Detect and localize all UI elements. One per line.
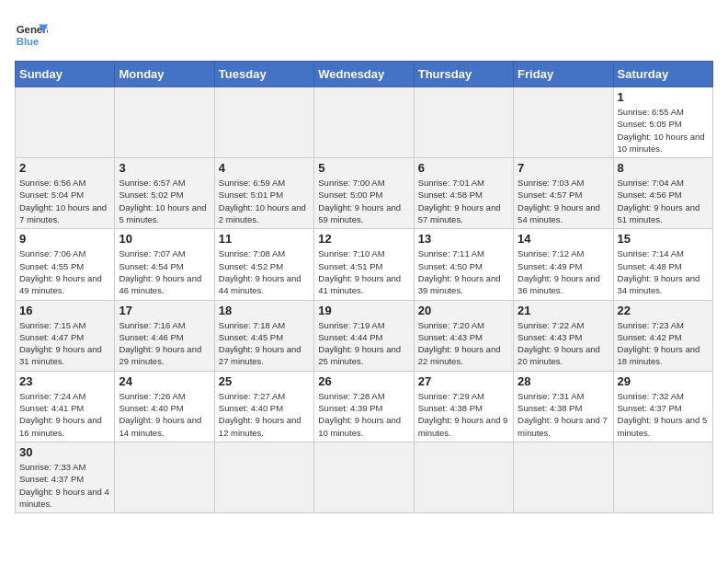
week-row-5: 23Sunrise: 7:24 AM Sunset: 4:41 PM Dayli… (16, 371, 713, 442)
day-cell: 22Sunrise: 7:23 AM Sunset: 4:42 PM Dayli… (613, 300, 712, 371)
day-cell: 20Sunrise: 7:20 AM Sunset: 4:43 PM Dayli… (414, 300, 513, 371)
day-cell: 9Sunrise: 7:06 AM Sunset: 4:55 PM Daylig… (16, 229, 115, 300)
day-cell: 26Sunrise: 7:28 AM Sunset: 4:39 PM Dayli… (314, 371, 414, 442)
day-info: Sunrise: 7:15 AM Sunset: 4:47 PM Dayligh… (19, 319, 110, 368)
day-info: Sunrise: 7:07 AM Sunset: 4:54 PM Dayligh… (119, 247, 210, 296)
day-info: Sunrise: 7:29 AM Sunset: 4:38 PM Dayligh… (418, 390, 509, 439)
day-info: Sunrise: 7:31 AM Sunset: 4:38 PM Dayligh… (518, 390, 609, 439)
day-info: Sunrise: 7:33 AM Sunset: 4:37 PM Dayligh… (19, 461, 110, 510)
day-cell (314, 442, 414, 512)
day-info: Sunrise: 7:32 AM Sunset: 4:37 PM Dayligh… (618, 390, 709, 439)
day-cell: 4Sunrise: 6:59 AM Sunset: 5:01 PM Daylig… (214, 158, 313, 229)
day-cell: 27Sunrise: 7:29 AM Sunset: 4:38 PM Dayli… (414, 371, 513, 442)
day-number: 23 (19, 374, 110, 388)
day-number: 4 (219, 161, 310, 175)
day-info: Sunrise: 7:08 AM Sunset: 4:52 PM Dayligh… (219, 247, 310, 296)
day-number: 7 (518, 161, 609, 175)
day-cell: 25Sunrise: 7:27 AM Sunset: 4:40 PM Dayli… (214, 371, 313, 442)
day-cell: 8Sunrise: 7:04 AM Sunset: 4:56 PM Daylig… (613, 158, 712, 229)
day-info: Sunrise: 7:23 AM Sunset: 4:42 PM Dayligh… (618, 319, 709, 368)
week-row-2: 2Sunrise: 6:56 AM Sunset: 5:04 PM Daylig… (16, 158, 713, 229)
day-cell (414, 442, 513, 512)
svg-text:Blue: Blue (17, 36, 40, 47)
weekday-header-saturday: Saturday (613, 62, 712, 87)
day-info: Sunrise: 7:12 AM Sunset: 4:49 PM Dayligh… (518, 247, 609, 296)
day-number: 2 (19, 161, 110, 175)
day-info: Sunrise: 6:56 AM Sunset: 5:04 PM Dayligh… (19, 177, 110, 225)
day-number: 24 (119, 374, 210, 388)
day-cell: 21Sunrise: 7:22 AM Sunset: 4:43 PM Dayli… (514, 300, 613, 371)
day-info: Sunrise: 7:16 AM Sunset: 4:46 PM Dayligh… (119, 319, 210, 368)
day-number: 10 (119, 232, 210, 246)
day-cell: 24Sunrise: 7:26 AM Sunset: 4:40 PM Dayli… (115, 371, 214, 442)
day-cell (214, 442, 313, 512)
day-number: 1 (618, 90, 709, 104)
day-cell: 10Sunrise: 7:07 AM Sunset: 4:54 PM Dayli… (115, 229, 214, 300)
day-number: 16 (19, 304, 110, 317)
day-cell (314, 87, 414, 158)
day-info: Sunrise: 7:18 AM Sunset: 4:45 PM Dayligh… (219, 319, 310, 368)
day-cell: 3Sunrise: 6:57 AM Sunset: 5:02 PM Daylig… (115, 158, 214, 229)
day-cell (16, 87, 115, 158)
day-number: 13 (418, 232, 509, 246)
day-cell: 7Sunrise: 7:03 AM Sunset: 4:57 PM Daylig… (514, 158, 613, 229)
day-number: 27 (418, 374, 509, 388)
day-cell: 2Sunrise: 6:56 AM Sunset: 5:04 PM Daylig… (16, 158, 115, 229)
week-row-3: 9Sunrise: 7:06 AM Sunset: 4:55 PM Daylig… (16, 229, 713, 300)
day-number: 15 (618, 232, 709, 246)
day-cell: 6Sunrise: 7:01 AM Sunset: 4:58 PM Daylig… (414, 158, 513, 229)
weekday-header-monday: Monday (115, 62, 214, 87)
day-info: Sunrise: 7:04 AM Sunset: 4:56 PM Dayligh… (618, 177, 709, 225)
day-number: 9 (19, 232, 110, 246)
day-cell: 23Sunrise: 7:24 AM Sunset: 4:41 PM Dayli… (16, 371, 115, 442)
day-info: Sunrise: 7:00 AM Sunset: 5:00 PM Dayligh… (318, 177, 409, 225)
day-number: 18 (219, 304, 310, 317)
day-number: 26 (318, 374, 409, 388)
day-info: Sunrise: 7:24 AM Sunset: 4:41 PM Dayligh… (19, 390, 110, 439)
day-number: 28 (518, 374, 609, 388)
day-cell (613, 442, 712, 512)
day-cell (115, 442, 214, 512)
day-cell: 17Sunrise: 7:16 AM Sunset: 4:46 PM Dayli… (115, 300, 214, 371)
day-cell: 29Sunrise: 7:32 AM Sunset: 4:37 PM Dayli… (613, 371, 712, 442)
day-number: 12 (318, 232, 409, 246)
day-cell: 30Sunrise: 7:33 AM Sunset: 4:37 PM Dayli… (16, 442, 115, 512)
day-cell: 16Sunrise: 7:15 AM Sunset: 4:47 PM Dayli… (16, 300, 115, 371)
day-cell (514, 87, 613, 158)
week-row-4: 16Sunrise: 7:15 AM Sunset: 4:47 PM Dayli… (16, 300, 713, 371)
day-cell: 14Sunrise: 7:12 AM Sunset: 4:49 PM Dayli… (514, 229, 613, 300)
day-info: Sunrise: 7:03 AM Sunset: 4:57 PM Dayligh… (518, 177, 609, 225)
day-info: Sunrise: 7:22 AM Sunset: 4:43 PM Dayligh… (518, 319, 609, 368)
day-info: Sunrise: 6:59 AM Sunset: 5:01 PM Dayligh… (219, 177, 310, 225)
day-cell: 5Sunrise: 7:00 AM Sunset: 5:00 PM Daylig… (314, 158, 414, 229)
weekday-header-tuesday: Tuesday (214, 62, 313, 87)
weekday-header-sunday: Sunday (16, 62, 115, 87)
day-number: 14 (518, 232, 609, 246)
header: General Blue (15, 15, 713, 52)
week-row-6: 30Sunrise: 7:33 AM Sunset: 4:37 PM Dayli… (16, 442, 713, 512)
day-cell (214, 87, 313, 158)
day-cell (115, 87, 214, 158)
day-cell: 28Sunrise: 7:31 AM Sunset: 4:38 PM Dayli… (514, 371, 613, 442)
day-cell: 15Sunrise: 7:14 AM Sunset: 4:48 PM Dayli… (613, 229, 712, 300)
day-cell (514, 442, 613, 512)
day-info: Sunrise: 7:19 AM Sunset: 4:44 PM Dayligh… (318, 319, 409, 368)
day-number: 22 (618, 304, 709, 317)
day-info: Sunrise: 7:11 AM Sunset: 4:50 PM Dayligh… (418, 247, 509, 296)
day-number: 19 (318, 304, 409, 317)
day-number: 25 (219, 374, 310, 388)
weekday-header-thursday: Thursday (414, 62, 513, 87)
day-cell: 1Sunrise: 6:55 AM Sunset: 5:05 PM Daylig… (613, 87, 712, 158)
day-info: Sunrise: 7:20 AM Sunset: 4:43 PM Dayligh… (418, 319, 509, 368)
day-info: Sunrise: 7:28 AM Sunset: 4:39 PM Dayligh… (318, 390, 409, 439)
day-cell: 18Sunrise: 7:18 AM Sunset: 4:45 PM Dayli… (214, 300, 313, 371)
day-number: 30 (19, 445, 110, 459)
day-number: 29 (618, 374, 709, 388)
day-number: 3 (119, 161, 210, 175)
day-info: Sunrise: 7:26 AM Sunset: 4:40 PM Dayligh… (119, 390, 210, 439)
day-info: Sunrise: 6:57 AM Sunset: 5:02 PM Dayligh… (119, 177, 210, 225)
day-number: 11 (219, 232, 310, 246)
day-info: Sunrise: 7:27 AM Sunset: 4:40 PM Dayligh… (219, 390, 310, 439)
day-cell (414, 87, 513, 158)
day-number: 20 (418, 304, 509, 317)
